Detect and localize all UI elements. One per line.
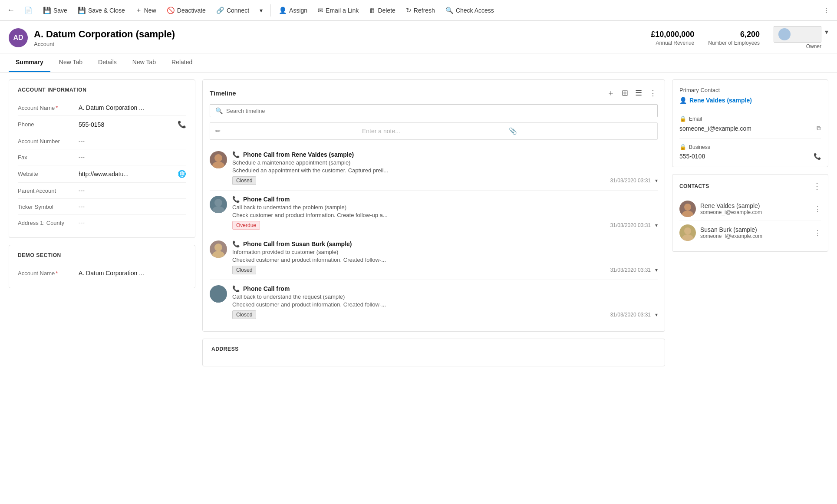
fax-label: Fax xyxy=(18,154,79,161)
svg-point-9 xyxy=(682,211,693,217)
owner-meta: Owner xyxy=(774,26,821,49)
phone-call-icon: 📞 xyxy=(232,151,240,158)
timeline-expand-4[interactable]: ▾ xyxy=(655,312,658,318)
svg-point-2 xyxy=(214,199,222,207)
employees-value: 6,200 xyxy=(708,30,760,39)
owner-box[interactable] xyxy=(774,26,821,43)
tab-newtab1[interactable]: New Tab xyxy=(52,53,89,72)
timeline-sort-button[interactable]: ☰ xyxy=(634,87,643,99)
tab-details[interactable]: Details xyxy=(91,53,124,72)
tab-related[interactable]: Related xyxy=(165,53,199,72)
tab-summary[interactable]: Summary xyxy=(9,53,50,72)
lock-icon-business: 🔒 xyxy=(679,144,686,150)
owner-chevron-button[interactable]: ▾ xyxy=(825,28,828,36)
email-link-button[interactable]: ✉ Email a Link xyxy=(313,4,363,17)
timeline-expand-3[interactable]: ▾ xyxy=(655,267,658,273)
svg-point-11 xyxy=(682,234,693,241)
connect-chevron-button[interactable]: ▾ xyxy=(255,4,267,16)
demo-required-star: * xyxy=(56,270,58,277)
timeline-actions: ＋ ⊞ ☰ ⋮ xyxy=(606,87,658,99)
chevron-down-icon: ▾ xyxy=(260,7,263,14)
save-close-button[interactable]: 💾 Save & Close xyxy=(73,4,129,17)
timeline-item-body1-3: Information provided to customer (sample… xyxy=(232,249,658,255)
phone-icon: 📞 xyxy=(178,120,186,128)
contact-email-2: someone_I@example.com xyxy=(700,233,810,239)
account-number-value[interactable]: --- xyxy=(79,138,186,145)
check-access-button[interactable]: 🔍 Check Access xyxy=(441,4,498,17)
contact-more-button-2[interactable]: ⋮ xyxy=(814,229,821,237)
svg-point-6 xyxy=(214,288,222,296)
contact-item-2: Susan Burk (sample) someone_I@example.co… xyxy=(679,221,821,244)
contact-avatar-2 xyxy=(679,224,696,241)
primary-contact-card: Primary Contact 👤 Rene Valdes (sample) 🔒… xyxy=(672,79,828,167)
timeline-item-title-4: Phone Call from xyxy=(243,285,290,292)
account-name-label: Account Name* xyxy=(18,105,79,111)
timeline-item-title-3: Phone Call from Susan Burk (sample) xyxy=(243,240,352,247)
note-placeholder[interactable]: Enter a note... xyxy=(362,128,505,135)
more-icon: ⋮ xyxy=(823,7,829,14)
timeline-item-body1-2: Call back to understand the problem (sam… xyxy=(232,204,658,211)
timeline-search-box: 🔍 xyxy=(210,104,658,117)
assign-button[interactable]: 👤 Assign xyxy=(274,4,312,17)
contacts-more-button[interactable]: ⋮ xyxy=(813,181,821,191)
timeline-item-content-2: 📞 Phone Call from Call back to understan… xyxy=(232,196,658,230)
demo-account-name-value[interactable]: A. Datum Corporation ... xyxy=(79,270,186,277)
fax-value[interactable]: --- xyxy=(79,154,186,161)
timeline-item-title-1: Phone Call from Rene Valdes (sample) xyxy=(243,151,354,158)
back-button[interactable]: ← xyxy=(3,3,18,17)
timeline-item-body2-3: Checked customer and product information… xyxy=(232,257,658,263)
check-access-icon: 🔍 xyxy=(445,7,454,14)
timeline-expand-2[interactable]: ▾ xyxy=(655,222,658,228)
demo-section: Demo Section Account Name* A. Datum Corp… xyxy=(9,245,195,288)
primary-contact-name[interactable]: 👤 Rene Valdes (sample) xyxy=(679,97,821,104)
tab-newtab2[interactable]: New Tab xyxy=(125,53,163,72)
refresh-button[interactable]: ↻ Refresh xyxy=(402,4,439,17)
connect-button[interactable]: 🔗 Connect xyxy=(212,4,254,17)
parent-account-label: Parent Account xyxy=(18,188,79,194)
phone-call-icon-business[interactable]: 📞 xyxy=(814,153,821,160)
save-button[interactable]: 💾 Save xyxy=(39,4,72,17)
primary-business-field: 🔒 Business 555-0108 📞 xyxy=(679,138,821,160)
contact-name-2[interactable]: Susan Burk (sample) xyxy=(700,226,810,233)
left-panel: ACCOUNT INFORMATION Account Name* A. Dat… xyxy=(9,79,195,500)
address-county-value[interactable]: --- xyxy=(79,219,186,226)
timeline-more-button[interactable]: ⋮ xyxy=(648,87,658,99)
delete-button[interactable]: 🗑 Delete xyxy=(365,4,399,16)
timeline-date-2: 31/03/2020 03:31 xyxy=(610,222,651,228)
timeline-add-button[interactable]: ＋ xyxy=(606,87,616,99)
timeline-filter-button[interactable]: ⊞ xyxy=(621,87,629,99)
contact-name-1[interactable]: Rene Valdes (sample) xyxy=(700,202,810,209)
new-button[interactable]: ＋ New xyxy=(131,3,161,17)
timeline-section: Timeline ＋ ⊞ ☰ ⋮ 🔍 ✏ Enter a note... 📎 xyxy=(202,79,665,332)
parent-account-value[interactable]: --- xyxy=(79,187,186,194)
copy-email-icon[interactable]: ⧉ xyxy=(817,125,821,132)
timeline-date-3: 31/03/2020 03:31 xyxy=(610,267,651,273)
phone-value[interactable]: 555-0158 📞 xyxy=(79,120,186,128)
svg-point-8 xyxy=(684,204,691,211)
right-panel: Primary Contact 👤 Rene Valdes (sample) 🔒… xyxy=(672,79,828,500)
document-icon-btn[interactable]: 📄 xyxy=(20,4,37,17)
account-number-label: Account Number xyxy=(18,138,79,145)
deactivate-button[interactable]: 🚫 Deactivate xyxy=(162,4,210,17)
timeline-avatar-4 xyxy=(210,285,227,303)
contacts-card: CONTACTS ⋮ Rene Valdes (sample) someone_… xyxy=(672,174,828,252)
svg-point-3 xyxy=(212,206,224,213)
timeline-item-body2-2: Check customer and product information. … xyxy=(232,212,658,218)
ticker-symbol-value[interactable]: --- xyxy=(79,203,186,210)
record-type-label: Account xyxy=(34,41,175,47)
timeline-expand-1[interactable]: ▾ xyxy=(655,178,658,184)
field-account-name: Account Name* A. Datum Corporation ... xyxy=(18,100,186,116)
owner-label: Owner xyxy=(774,43,821,49)
website-value[interactable]: http://www.adatu... 🌐 xyxy=(79,170,186,178)
field-fax: Fax --- xyxy=(18,149,186,165)
status-badge-1: Closed xyxy=(232,176,256,185)
timeline-item: 📞 Phone Call from Rene Valdes (sample) S… xyxy=(210,146,658,191)
employees-meta: 6,200 Number of Employees xyxy=(708,30,760,46)
owner-avatar xyxy=(778,28,791,40)
timeline-item-content-1: 📞 Phone Call from Rene Valdes (sample) S… xyxy=(232,151,658,185)
timeline-search-input[interactable] xyxy=(226,108,652,114)
account-name-value[interactable]: A. Datum Corporation ... xyxy=(79,104,186,111)
more-button[interactable]: ⋮ xyxy=(819,4,834,16)
contact-more-button-1[interactable]: ⋮ xyxy=(814,205,821,213)
email-icon: ✉ xyxy=(318,7,323,14)
